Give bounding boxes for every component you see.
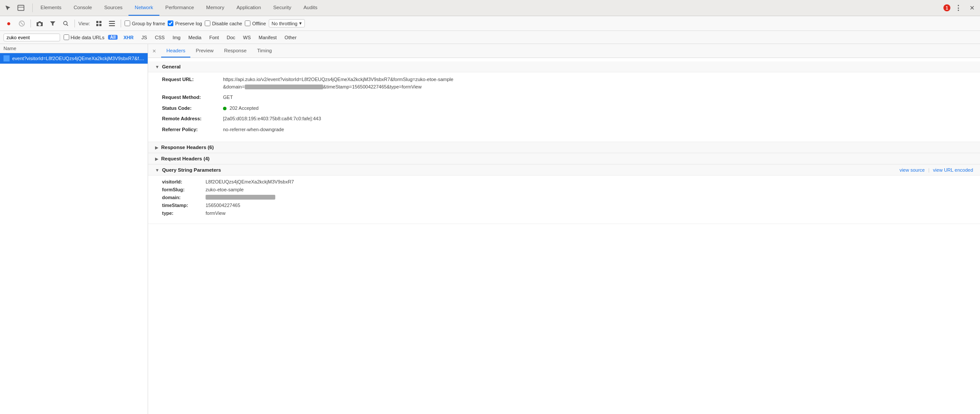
details-panel: × Headers Preview Response Timing ▼ Gene… [148, 44, 980, 414]
tab-application[interactable]: Application [230, 0, 267, 16]
general-toggle-icon: ▼ [155, 64, 159, 69]
toolbar-sep-3 [121, 20, 121, 27]
response-headers-toggle-icon: ▶ [155, 145, 159, 150]
detail-tab-preview[interactable]: Preview [190, 44, 219, 58]
record-button[interactable]: ● [3, 18, 14, 29]
cursor-icon[interactable] [2, 2, 14, 14]
tab-sources[interactable]: Sources [98, 0, 128, 16]
dock-icon[interactable] [15, 2, 27, 14]
request-url-row: Request URL: https://api.zuko.io/v2/even… [162, 76, 970, 90]
filter-js[interactable]: JS [139, 34, 149, 41]
param-visitor-id-label: visitorId: [162, 179, 206, 184]
remote-address-value: [2a05:d018:195:e403:75b8:ca84:7c0:fafe]:… [223, 115, 321, 122]
name-column-label: Name [3, 46, 16, 51]
group-by-frame-label: Group by frame [132, 21, 165, 26]
response-headers-section-header[interactable]: ▶ Response Headers (6) [148, 142, 980, 153]
referrer-policy-row: Referrer Policy: no-referrer-when-downgr… [162, 126, 970, 133]
svg-rect-6 [96, 21, 98, 23]
tab-audits[interactable]: Audits [297, 0, 324, 16]
grid-view-icon[interactable] [94, 18, 104, 29]
offline-checkbox-item[interactable]: Offline [245, 20, 266, 26]
filter-manifest[interactable]: Manifest [257, 34, 279, 41]
request-method-label: Request Method: [162, 94, 223, 101]
svg-rect-11 [109, 23, 115, 24]
query-string-content: visitorId: L8f2OEUQzs4jQEmeXa2kckjM3V9sb… [148, 176, 980, 224]
tab-security[interactable]: Security [267, 0, 297, 16]
network-toolbar: ● View: [0, 16, 980, 31]
toolbar-sep-1 [30, 20, 31, 27]
camera-icon[interactable] [34, 18, 45, 29]
param-form-slug-value: zuko-etoe-sample [206, 187, 243, 192]
filter-icon[interactable] [47, 18, 58, 29]
filter-media[interactable]: Media [186, 34, 203, 41]
stop-record-button[interactable] [17, 18, 27, 29]
tab-bar-separator [32, 3, 33, 12]
remote-address-label: Remote Address: [162, 115, 223, 122]
tab-console[interactable]: Console [68, 0, 98, 16]
svg-rect-12 [109, 25, 115, 26]
filter-css[interactable]: CSS [153, 34, 167, 41]
filter-img[interactable]: Img [170, 34, 182, 41]
tab-network[interactable]: Network [128, 0, 159, 16]
toolbar-sep-2 [74, 20, 75, 27]
query-string-section-header[interactable]: ▼ Query String Parameters view source | … [148, 165, 980, 176]
preserve-log-checkbox[interactable] [168, 20, 173, 26]
group-by-frame-checkbox-item[interactable]: Group by frame [125, 20, 165, 26]
general-section-title: General [162, 64, 181, 69]
query-string-toggle-icon: ▼ [155, 168, 159, 173]
all-filter-badge[interactable]: All [108, 35, 118, 40]
detail-tab-response[interactable]: Response [219, 44, 252, 58]
tab-memory[interactable]: Memory [200, 0, 230, 16]
close-details-button[interactable]: × [150, 47, 159, 55]
response-headers-section-title: Response Headers (6) [161, 145, 214, 150]
status-code-value: 202 Accepted [223, 105, 259, 112]
view-url-encoded-link[interactable]: view URL encoded [933, 167, 973, 173]
request-url-label: Request URL: [162, 76, 223, 83]
param-domain-value [206, 195, 275, 200]
svg-point-4 [64, 21, 67, 25]
param-visitor-id: visitorId: L8f2OEUQzs4jQEmeXa2kckjM3V9sb… [162, 179, 970, 184]
param-timestamp-label: timeStamp: [162, 203, 206, 208]
detail-tab-timing[interactable]: Timing [252, 44, 277, 58]
tab-elements[interactable]: Elements [34, 0, 68, 16]
hide-data-urls-checkbox[interactable] [64, 34, 69, 40]
throttle-chevron-icon: ▾ [299, 20, 302, 26]
search-input[interactable] [3, 34, 60, 41]
request-headers-section-header[interactable]: ▶ Request Headers (4) [148, 153, 980, 164]
param-domain: domain: [162, 195, 970, 200]
filter-doc[interactable]: Doc [224, 34, 237, 41]
general-section-content: Request URL: https://api.zuko.io/v2/even… [148, 72, 980, 142]
param-type: type: formView [162, 210, 970, 216]
more-vert-icon[interactable]: ⋮ [952, 2, 964, 14]
disable-cache-checkbox[interactable] [205, 20, 210, 26]
offline-checkbox[interactable] [245, 20, 250, 26]
svg-rect-1 [18, 7, 24, 7]
disable-cache-checkbox-item[interactable]: Disable cache [205, 20, 242, 26]
view-source-link[interactable]: view source [899, 167, 925, 173]
hide-data-urls-label: Hide data URLs [71, 35, 105, 40]
tab-performance[interactable]: Performance [159, 0, 200, 16]
svg-line-5 [67, 24, 68, 26]
group-by-frame-checkbox[interactable] [125, 20, 130, 26]
filter-font[interactable]: Font [207, 34, 221, 41]
filter-ws[interactable]: WS [241, 34, 253, 41]
close-devtools-icon[interactable]: ✕ [966, 2, 978, 14]
filter-other[interactable]: Other [282, 34, 299, 41]
preserve-log-label: Preserve log [175, 21, 202, 26]
file-item-name: event?visitorId=L8f2OEUQzs4jQEmeXa2kckjM… [12, 56, 144, 61]
error-badge: 1 [943, 4, 950, 11]
svg-rect-10 [109, 21, 115, 22]
hide-data-urls-checkbox-item[interactable]: Hide data URLs [64, 34, 105, 40]
search-icon[interactable] [61, 18, 71, 29]
filter-xhr[interactable]: XHR [121, 34, 135, 41]
svg-rect-0 [18, 5, 24, 10]
detail-tab-headers[interactable]: Headers [161, 44, 190, 58]
detail-view-icon[interactable] [107, 18, 117, 29]
details-tabs: × Headers Preview Response Timing [148, 44, 980, 58]
file-list-item[interactable]: event?visitorId=L8f2OEUQzs4jQEmeXa2kckjM… [0, 53, 148, 64]
preserve-log-checkbox-item[interactable]: Preserve log [168, 20, 202, 26]
request-headers-section: ▶ Request Headers (4) [148, 153, 980, 165]
general-section-header[interactable]: ▼ General [148, 61, 980, 72]
svg-rect-9 [99, 24, 101, 26]
throttle-dropdown[interactable]: No throttling ▾ [269, 19, 305, 27]
